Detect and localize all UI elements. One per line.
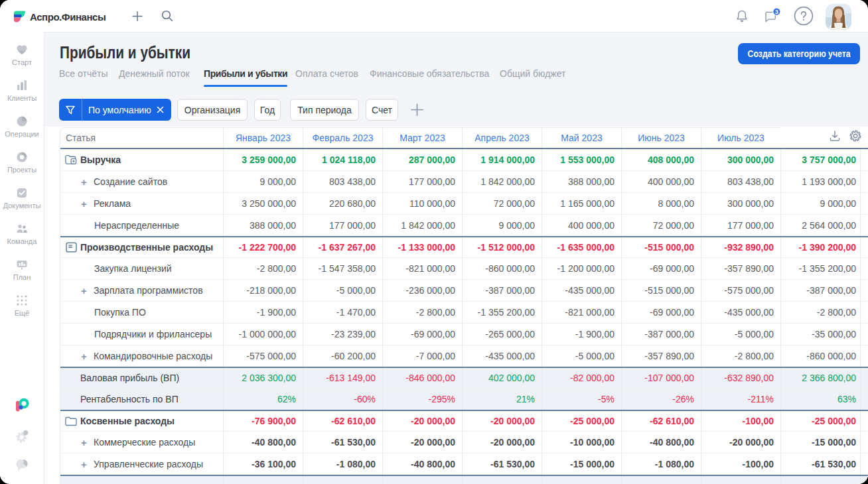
svg-text:3: 3 bbox=[775, 9, 778, 15]
